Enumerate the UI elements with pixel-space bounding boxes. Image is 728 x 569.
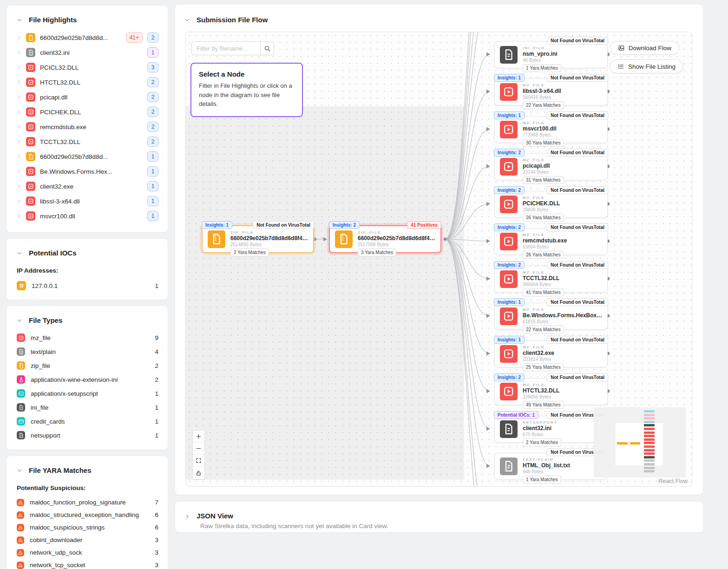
file-node-name: HTCTL32.DLL	[523, 387, 603, 394]
file-node-bytes: 33144 Bytes	[523, 170, 603, 175]
file-node-bytes: 61816 Bytes	[523, 319, 603, 324]
file-node-type: NETSUPPORT	[523, 420, 603, 425]
yara-matches-chip: 25 Yara Matches	[523, 363, 564, 371]
json-view-header[interactable]: JSON View	[175, 502, 703, 520]
react-flow-canvas[interactable]: Insights: 1Not Found on VirusTotalZIP_FI…	[185, 32, 693, 487]
file-node[interactable]: Insights: 241 PositivesZIP_FILE6600d29e0…	[329, 225, 441, 253]
download-flow-label: Download Flow	[629, 45, 671, 52]
file-type-row[interactable]: mz_file9	[17, 331, 158, 345]
file-node-name: 6600d29e025b7d8d8d6d8f472685b9f800e34182…	[358, 235, 436, 242]
lock-button[interactable]	[193, 467, 204, 479]
file-highlight-row[interactable]: remcmdstub.exe2	[17, 119, 158, 134]
file-node[interactable]: Insights: 1Not Found on VirusTotalZIP_FI…	[202, 225, 314, 253]
yara-matches-chip: 1 Yara Matches	[523, 64, 561, 72]
file-node[interactable]: Not Found on VirusTotalTEXT/PLAINHTML_Ob…	[494, 453, 608, 480]
yara-rule-row[interactable]: maldoc_suspicious_strings6	[17, 521, 158, 534]
submission-file-flow-header[interactable]: Submission File Flow	[175, 5, 703, 31]
filename-filter-input[interactable]	[191, 41, 260, 55]
file-type-row[interactable]: application/x-setupscript1	[17, 386, 158, 400]
text-file-icon	[26, 48, 35, 57]
file-highlight-row[interactable]: libssl-3-x64.dll1	[17, 194, 158, 209]
yara-matches-chip: 3 Yara Matches	[358, 249, 396, 256]
file-node[interactable]: Insights: 2Not Found on VirusTotalMZ_FIL…	[494, 378, 608, 405]
mz-file-icon	[26, 137, 35, 146]
virustotal-badge: Not Found on VirusTotal	[547, 373, 608, 381]
file-type-row[interactable]: netsupport1	[17, 428, 158, 442]
file-highlight-row[interactable]: pcicapi.dll2	[17, 90, 158, 105]
file-node-type: ZIP_FILE	[358, 230, 436, 235]
file-node-bytes: 328056 Bytes	[523, 394, 603, 399]
file-type-row[interactable]: text/plain4	[17, 345, 158, 359]
yara-rule-row[interactable]: maldoc_structured_exception_handling6	[17, 509, 158, 521]
file-node-type: MZ_FILE	[523, 121, 603, 125]
chevron-right-icon	[17, 154, 21, 159]
file-node[interactable]: Insights: 1Not Found on VirusTotalMZ_FIL…	[494, 303, 608, 330]
file-node-bytes: 18808 Bytes	[523, 207, 603, 212]
count-badge: 2	[147, 122, 158, 132]
yara-rule-label: maldoc_structured_exception_handling	[30, 511, 149, 518]
file-node[interactable]: Insights: 2Not Found on VirusTotalMZ_FIL…	[494, 228, 608, 255]
minimap-node-bar	[644, 414, 655, 416]
file-type-row[interactable]: credit_cards1	[17, 414, 158, 428]
virustotal-badge: Not Found on VirusTotal	[547, 37, 608, 45]
minimap-node-bar	[644, 463, 655, 465]
virustotal-badge: Not Found on VirusTotal	[547, 298, 608, 306]
show-file-listing-button[interactable]: Show File Listing	[610, 59, 683, 73]
ioc-row[interactable]: 127.0.0.11	[17, 279, 158, 293]
file-node-body: INI_FILEnsm_vpro.ini46 Bytes1 Yara Match…	[495, 42, 607, 72]
file-highlights-header[interactable]: File Highlights	[7, 6, 168, 30]
yara-rule-row[interactable]: maldoc_function_prolog_signature7	[17, 496, 158, 509]
mz-file-icon	[26, 63, 35, 72]
file-node[interactable]: Insights: 2Not Found on VirusTotalMZ_FIL…	[494, 191, 608, 218]
yara-rule-row[interactable]: cobint_downloader3	[17, 534, 158, 546]
file-type-count: 9	[155, 334, 158, 341]
zoom-in-button[interactable]	[193, 431, 204, 443]
zoom-out-button[interactable]	[193, 443, 204, 455]
flask-icon	[17, 375, 25, 384]
mz-file-icon	[26, 122, 35, 131]
file-type-label: text/plain	[31, 348, 149, 355]
text-file-icon	[17, 431, 25, 439]
file-node[interactable]: Not Found on VirusTotalINI_FILEnsm_vpro.…	[494, 41, 608, 68]
file-highlight-row[interactable]: TCCTL32.DLL2	[17, 134, 158, 149]
file-type-row[interactable]: ini_file1	[17, 400, 158, 414]
file-highlight-row[interactable]: 6600d29e025b7d8d8d...1	[17, 149, 158, 164]
mz-file-icon	[500, 345, 518, 363]
file-node[interactable]: Insights: 1Not Found on VirusTotalMZ_FIL…	[494, 78, 608, 105]
file-highlight-row[interactable]: msvcr100.dll1	[17, 209, 158, 223]
yara-matches-chip: 49 Yara Matches	[523, 401, 564, 409]
search-button[interactable]	[260, 41, 274, 55]
file-node[interactable]: Insights: 2Not Found on VirusTotalMZ_FIL…	[494, 153, 608, 180]
yara-rule-label: maldoc_suspicious_strings	[30, 524, 149, 531]
file-highlight-row[interactable]: Be.Windows.Forms.Hex...1	[17, 164, 158, 179]
file-node-name: PCICHEK.DLL	[523, 200, 603, 207]
file-type-row[interactable]: zip_file2	[17, 359, 158, 373]
file-node-body: MZ_FILEBe.Windows.Forms.HexBox.dll61816 …	[495, 303, 607, 334]
file-node[interactable]: Insights: 1Not Found on VirusTotalMZ_FIL…	[494, 340, 608, 367]
count-badge: 1	[147, 211, 158, 221]
file-highlight-row[interactable]: HTCTL32.DLL2	[17, 75, 158, 90]
file-highlight-row[interactable]: 6600d29e025b7d8d8d...41+2	[17, 30, 158, 45]
json-view-subtitle: Raw Strelka data, including scanners not…	[175, 520, 703, 530]
yara-rule-row[interactable]: network_udp_sock3	[17, 546, 158, 559]
file-node-body: ZIP_FILE6600d29e025b7d8d8d6d8f472685b9f8…	[203, 226, 313, 256]
potential-iocs-header[interactable]: Potential IOCs	[7, 239, 168, 263]
file-highlight-row[interactable]: client32.exe1	[17, 179, 158, 194]
file-highlight-row[interactable]: PCICL32.DLL3	[17, 60, 158, 75]
chevron-right-icon	[17, 95, 21, 99]
file-types-header[interactable]: File Types	[7, 306, 168, 331]
yara-matches-header[interactable]: File YARA Matches	[7, 456, 168, 481]
file-node[interactable]: Insights: 2Not Found on VirusTotalMZ_FIL…	[494, 266, 608, 293]
virustotal-badge: Not Found on VirusTotal	[547, 336, 608, 344]
yara-rule-row[interactable]: network_tcp_socket3	[17, 559, 158, 569]
file-node[interactable]: Insights: 1Not Found on VirusTotalMZ_FIL…	[494, 116, 608, 143]
file-highlight-row[interactable]: PCICHEK.DLL2	[17, 105, 158, 119]
yara-matches-chip: 22 Yara Matches	[523, 326, 564, 334]
fit-view-button[interactable]	[193, 455, 204, 467]
file-type-row[interactable]: application/x-wine-extension-ini2	[17, 373, 158, 386]
file-node-bytes: 2514895 Bytes	[230, 242, 308, 247]
file-highlight-row[interactable]: client32.ini1	[17, 45, 158, 60]
minimap[interactable]	[594, 407, 686, 477]
download-flow-button[interactable]: Download Flow	[610, 41, 679, 55]
file-node[interactable]: Potential IOCs: 1Not Found on VirusTotal…	[494, 416, 608, 443]
